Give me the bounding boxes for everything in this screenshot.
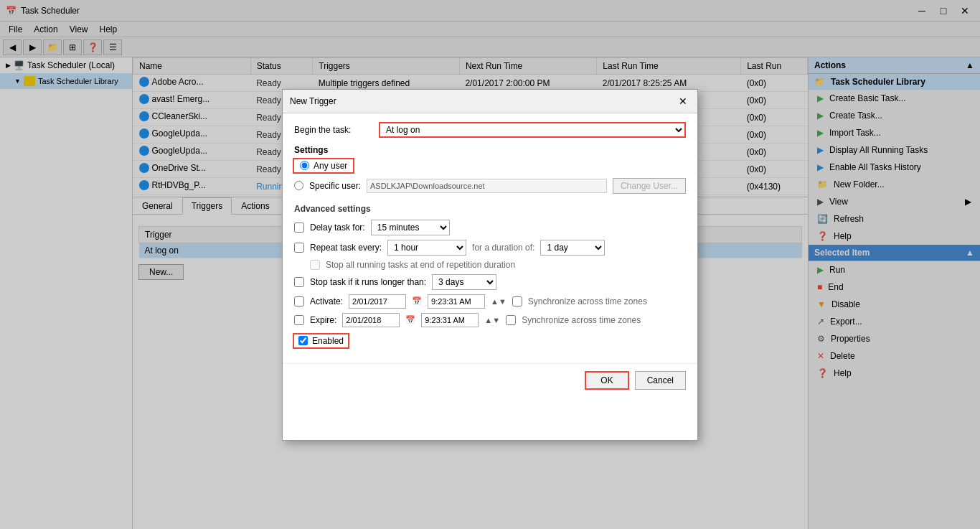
expire-row: Expire: 📅 ▲▼ Synchronize across time zon… [294, 313, 686, 327]
modal-footer: OK Cancel [283, 363, 697, 397]
stop-task-select[interactable]: 1 hour 2 hours 4 hours 8 hours 1 day 3 d… [432, 274, 496, 290]
change-user-button[interactable]: Change User... [613, 178, 686, 194]
any-user-label: Any user [314, 161, 347, 171]
stop-task-label: Stop task if it runs longer than: [310, 277, 426, 287]
cancel-button[interactable]: Cancel [635, 371, 686, 390]
modal-title-bar: New Trigger ✕ [283, 90, 697, 113]
activate-label: Activate: [310, 296, 343, 306]
duration-for-label: for a duration of: [472, 243, 534, 253]
specific-user-label: Specific user: [309, 181, 361, 191]
activate-time-input[interactable] [428, 294, 485, 309]
delay-task-select[interactable]: 15 minutes 30 minutes 1 hour 8 hours 1 d… [371, 220, 450, 235]
modal-overlay: New Trigger ✕ Begin the task: At log on … [0, 0, 980, 529]
expire-time-input[interactable] [421, 313, 479, 327]
delay-task-row: Delay task for: 15 minutes 30 minutes 1 … [294, 220, 686, 235]
delay-task-label: Delay task for: [310, 223, 365, 233]
repeat-task-select[interactable]: 15 minutes 30 minutes 1 hour 2 hours 4 h… [387, 240, 466, 256]
settings-label: Settings [294, 145, 686, 155]
advanced-section-title: Advanced settings [294, 204, 686, 214]
modal-title: New Trigger [290, 96, 336, 106]
repeat-task-label: Repeat task every: [310, 243, 382, 253]
expire-date-input[interactable] [342, 313, 400, 327]
expire-time-spinner[interactable]: ▲▼ [484, 316, 500, 324]
ok-button[interactable]: OK [585, 371, 628, 390]
specific-user-input[interactable] [367, 179, 607, 193]
enabled-outline: Enabled [294, 334, 348, 347]
enabled-checkbox[interactable] [298, 336, 308, 345]
begin-task-select[interactable]: At log on On a schedule At startup On id… [379, 122, 686, 138]
cal-icon-activate[interactable]: 📅 [412, 296, 422, 306]
new-trigger-dialog: New Trigger ✕ Begin the task: At log on … [282, 89, 698, 441]
activate-time-spinner[interactable]: ▲▼ [491, 297, 507, 306]
cal-icon-expire[interactable]: 📅 [405, 315, 415, 324]
specific-user-radio[interactable] [294, 181, 303, 190]
enabled-label: Enabled [312, 336, 344, 346]
delay-task-checkbox[interactable] [294, 223, 304, 233]
activate-sync-checkbox[interactable] [512, 296, 522, 306]
expire-sync-label: Synchronize across time zones [522, 315, 641, 325]
stop-repetition-label: Stop all running tasks at end of repetit… [326, 260, 515, 270]
begin-task-row: Begin the task: At log on On a schedule … [294, 122, 686, 138]
duration-select[interactable]: Indefinitely 1 hour 4 hours 8 hours 1 da… [540, 240, 605, 256]
modal-body: Begin the task: At log on On a schedule … [283, 113, 697, 363]
enabled-row: Enabled [294, 334, 686, 347]
repeat-task-checkbox[interactable] [294, 243, 304, 253]
activate-checkbox[interactable] [294, 296, 304, 306]
expire-sync-checkbox[interactable] [506, 315, 516, 325]
specific-user-option: Specific user: Change User... [294, 178, 686, 194]
expire-checkbox[interactable] [294, 315, 304, 325]
repeat-task-row: Repeat task every: 15 minutes 30 minutes… [294, 240, 686, 256]
any-user-option: Any user [294, 159, 686, 172]
begin-task-label: Begin the task: [294, 125, 373, 135]
activate-row: Activate: 📅 ▲▼ Synchronize across time z… [294, 294, 686, 309]
activate-date-input[interactable] [349, 294, 406, 309]
expire-label: Expire: [310, 315, 336, 325]
activate-sync-label: Synchronize across time zones [528, 296, 647, 306]
stop-task-checkbox[interactable] [294, 277, 304, 287]
stop-repetition-checkbox[interactable] [310, 260, 320, 270]
stop-repetition-row: Stop all running tasks at end of repetit… [294, 260, 686, 270]
modal-close-button[interactable]: ✕ [676, 94, 690, 108]
stop-task-row: Stop task if it runs longer than: 1 hour… [294, 274, 686, 290]
any-user-radio[interactable] [300, 161, 309, 170]
